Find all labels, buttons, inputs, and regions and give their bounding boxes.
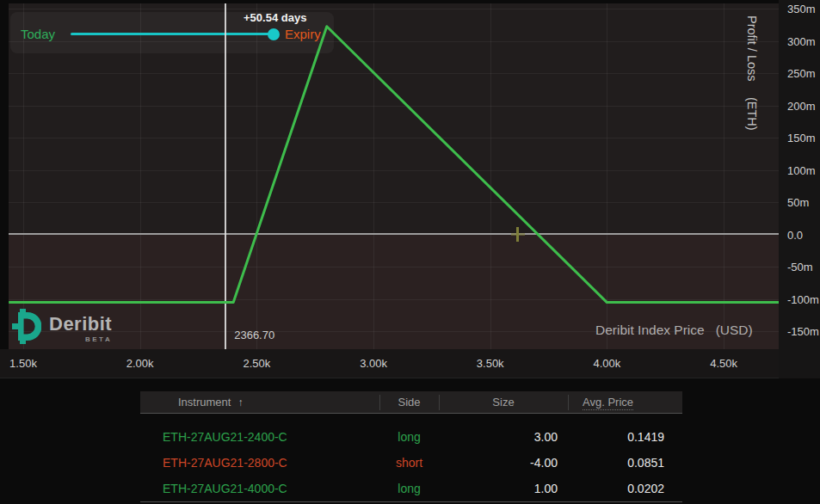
y-tick-label: 350m <box>787 3 816 15</box>
y-axis-unit: (ETH) <box>745 97 759 131</box>
x-axis-title: Deribit Index Price (USD) <box>595 323 753 338</box>
instrument-cell: ETH-27AUG21-2400-C <box>140 430 379 444</box>
breakeven-marker-icon <box>516 227 519 242</box>
brand-name: Deribit <box>49 314 112 335</box>
positions-table: Instrument↑ Side Size Avg. Price ETH-27A… <box>140 391 682 502</box>
x-tick-label: 1.50k <box>9 357 37 370</box>
side-cell: long <box>379 482 439 495</box>
avg-price-cell: 0.0851 <box>568 456 682 470</box>
y-tick-label: 100m <box>787 163 816 176</box>
pnl-chart: Today Expiry +50.54 days 2366.70 <box>0 0 820 378</box>
y-tick-label: 200m <box>787 99 816 112</box>
column-header-avg-price[interactable]: Avg. Price <box>568 396 682 409</box>
x-tick-label: 3.50k <box>477 357 504 370</box>
table-row[interactable]: ETH-27AUG21-2800-Cshort-4.000.0851 <box>140 450 682 476</box>
y-tick-label: 250m <box>787 67 816 80</box>
beta-badge: BETA <box>85 335 112 343</box>
sort-ascending-icon: ↑ <box>237 396 243 409</box>
table-row[interactable]: ETH-27AUG21-4000-Clong1.000.0202 <box>140 476 682 501</box>
payoff-line <box>9 3 779 349</box>
y-axis-title: Profit / Loss (ETH) <box>745 15 759 130</box>
table-row[interactable]: ETH-27AUG21-2400-Clong3.000.1419 <box>140 424 682 450</box>
y-tick-label: 300m <box>787 34 816 47</box>
x-axis-unit: (USD) <box>716 323 753 338</box>
size-cell: -4.00 <box>439 456 568 470</box>
y-tick-label: -150m <box>787 325 819 338</box>
x-tick-label: 4.00k <box>593 357 620 370</box>
y-axis-strip <box>779 0 820 378</box>
column-header-side[interactable]: Side <box>379 396 439 409</box>
size-cell: 3.00 <box>439 430 568 444</box>
column-header-size[interactable]: Size <box>439 396 568 409</box>
avg-price-cell: 0.1419 <box>568 430 682 444</box>
table-header-row: Instrument↑ Side Size Avg. Price <box>140 391 682 414</box>
y-axis-title-text: Profit / Loss <box>745 15 759 82</box>
side-cell: short <box>379 456 439 470</box>
column-divider <box>439 395 440 410</box>
y-tick-label: 150m <box>787 132 816 144</box>
avg-price-cell: 0.0202 <box>568 482 682 495</box>
column-header-instrument[interactable]: Instrument↑ <box>140 396 379 409</box>
instrument-cell: ETH-27AUG21-4000-C <box>140 482 379 495</box>
y-tick-label: -100m <box>787 292 819 305</box>
x-axis-title-text: Deribit Index Price <box>595 323 705 338</box>
x-tick-label: 3.00k <box>360 357 387 370</box>
x-axis-strip <box>0 349 820 378</box>
side-cell: long <box>379 430 439 444</box>
deribit-mark-icon <box>12 309 41 344</box>
y-tick-label: 50m <box>787 196 809 209</box>
size-cell: 1.00 <box>439 482 568 495</box>
y-tick-label: 0.0 <box>787 228 803 241</box>
x-tick-label: 4.50k <box>710 357 737 370</box>
table-body: ETH-27AUG21-2400-Clong3.000.1419ETH-27AU… <box>140 414 682 501</box>
y-tick-label: -50m <box>787 261 813 274</box>
instrument-cell: ETH-27AUG21-2800-C <box>140 456 379 470</box>
column-label: Avg. Price <box>583 396 633 410</box>
position-builder-app: Today Expiry +50.54 days 2366.70 <box>0 0 820 504</box>
column-divider <box>379 395 380 410</box>
column-divider <box>568 395 569 410</box>
x-tick-label: 2.00k <box>126 357 154 370</box>
x-tick-label: 2.50k <box>243 357 270 370</box>
column-label: Instrument <box>178 396 231 409</box>
deribit-logo: Deribit BETA <box>12 309 112 344</box>
